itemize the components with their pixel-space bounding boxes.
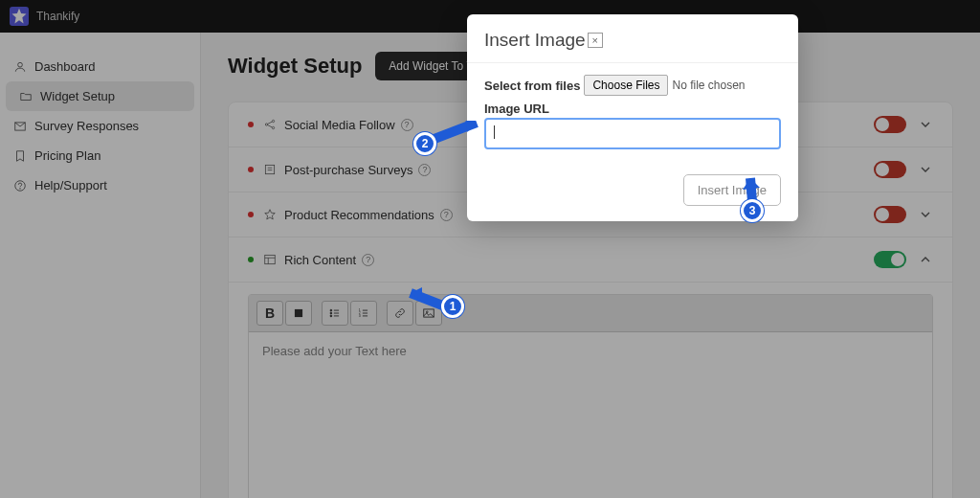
help-icon xyxy=(13,179,27,192)
app-name: Thankify xyxy=(36,10,79,23)
survey-icon xyxy=(263,163,277,176)
widget-label: Rich Content xyxy=(284,253,356,267)
widget-toggle[interactable] xyxy=(874,161,906,178)
svg-point-11 xyxy=(330,312,332,314)
rich-text-editor: B 123 Please add your Text here xyxy=(248,294,933,498)
sidebar-item-widget-setup[interactable]: Widget Setup xyxy=(6,81,194,111)
mail-icon xyxy=(13,120,27,133)
sidebar-item-dashboard[interactable]: Dashboard xyxy=(0,52,200,81)
widget-toggle[interactable] xyxy=(874,251,906,268)
no-file-chosen-text: No file chosen xyxy=(672,79,745,92)
help-tooltip-icon[interactable]: ? xyxy=(440,209,453,221)
status-dot xyxy=(248,167,254,172)
page-title: Widget Setup xyxy=(228,54,362,79)
color-button[interactable] xyxy=(285,301,312,326)
svg-rect-8 xyxy=(265,255,276,263)
svg-point-4 xyxy=(265,124,267,125)
unordered-list-button[interactable] xyxy=(322,301,348,326)
folder-icon xyxy=(19,90,33,103)
svg-point-12 xyxy=(330,315,332,317)
chevron-down-icon[interactable] xyxy=(918,162,933,177)
svg-rect-7 xyxy=(265,165,274,173)
status-dot xyxy=(248,212,254,217)
chevron-up-icon[interactable] xyxy=(918,252,933,267)
insert-image-modal: Insert Image × Select from files Choose … xyxy=(467,14,798,221)
help-tooltip-icon[interactable]: ? xyxy=(401,119,413,131)
svg-text:3: 3 xyxy=(359,314,361,318)
layout-icon xyxy=(263,253,277,266)
insert-image-button[interactable]: Insert Image xyxy=(683,174,781,206)
choose-files-button[interactable]: Choose Files xyxy=(584,75,668,96)
chevron-down-icon[interactable] xyxy=(918,117,933,132)
widget-row-rich-content: Rich Content ? xyxy=(229,238,952,283)
sidebar: Dashboard Widget Setup Survey Responses … xyxy=(0,33,201,498)
svg-rect-9 xyxy=(295,309,302,317)
share-icon xyxy=(263,118,277,131)
sidebar-item-label: Pricing Plan xyxy=(34,148,100,163)
user-icon xyxy=(13,60,27,74)
svg-point-2 xyxy=(15,180,26,191)
sidebar-item-label: Help/Support xyxy=(34,178,107,192)
select-from-files-label: Select from files xyxy=(484,79,580,93)
editor-placeholder: Please add your Text here xyxy=(262,344,407,358)
sidebar-item-label: Widget Setup xyxy=(40,89,115,103)
bold-button[interactable]: B xyxy=(256,301,283,326)
link-button[interactable] xyxy=(387,301,413,326)
svg-point-5 xyxy=(272,120,274,122)
star-icon xyxy=(263,208,277,221)
modal-title: Insert Image xyxy=(484,30,586,51)
image-url-input[interactable] xyxy=(484,118,781,149)
bookmark-icon xyxy=(13,149,27,163)
sidebar-item-help-support[interactable]: Help/Support xyxy=(0,170,200,200)
editor-toolbar: B 123 xyxy=(249,295,932,332)
widget-toggle[interactable] xyxy=(874,206,906,223)
status-dot xyxy=(248,122,254,127)
svg-point-6 xyxy=(272,126,274,128)
sidebar-item-pricing-plan[interactable]: Pricing Plan xyxy=(0,141,200,170)
modal-close-button[interactable]: × xyxy=(588,33,603,48)
ordered-list-button[interactable]: 123 xyxy=(350,301,377,326)
widget-label: Social Media Follow xyxy=(284,118,395,132)
widget-label: Product Recommendations xyxy=(284,208,434,222)
sidebar-item-label: Survey Responses xyxy=(34,119,139,133)
sidebar-item-survey-responses[interactable]: Survey Responses xyxy=(0,111,200,141)
status-dot xyxy=(248,257,254,262)
editor-textarea[interactable]: Please add your Text here xyxy=(249,332,932,498)
image-button[interactable] xyxy=(415,301,442,326)
chevron-down-icon[interactable] xyxy=(918,207,933,222)
svg-point-3 xyxy=(20,188,21,189)
svg-point-10 xyxy=(330,309,332,311)
widget-label: Post-purchase Surveys xyxy=(284,163,412,177)
svg-point-0 xyxy=(18,62,23,67)
image-url-label: Image URL xyxy=(484,102,781,116)
widget-toggle[interactable] xyxy=(874,116,906,133)
help-tooltip-icon[interactable]: ? xyxy=(362,254,374,266)
help-tooltip-icon[interactable]: ? xyxy=(418,164,431,176)
app-logo-icon xyxy=(10,7,29,26)
sidebar-item-label: Dashboard xyxy=(34,59,96,74)
